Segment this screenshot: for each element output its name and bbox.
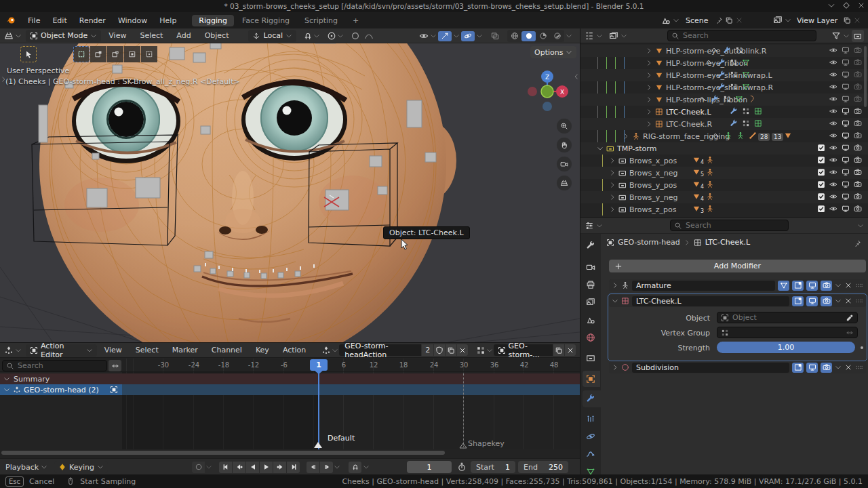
outliner-row[interactable]: HLP-storm-eye_autoblink.R <box>580 45 868 57</box>
close-icon[interactable] <box>857 1 865 9</box>
viewport-disable-icon[interactable] <box>842 192 850 201</box>
hide-icon[interactable] <box>829 70 837 79</box>
render-disable-icon[interactable] <box>854 95 862 103</box>
auto-keying-button[interactable] <box>192 462 205 473</box>
outliner-display-mode-icon[interactable] <box>609 31 618 41</box>
exclude-checkbox[interactable] <box>817 180 825 188</box>
workspace-tab-face-rigging[interactable]: Face Rigging <box>235 15 296 26</box>
render-disable-icon[interactable] <box>854 192 862 201</box>
shading-wireframe-button[interactable] <box>507 31 521 41</box>
breadcrumb-data[interactable]: LTC-Cheek.L <box>705 238 751 247</box>
visibility-chevron-icon[interactable] <box>430 33 437 39</box>
viewport-disable-icon[interactable] <box>842 168 850 176</box>
jump-to-end-button[interactable] <box>287 462 300 473</box>
scene-pin-icon[interactable] <box>715 16 723 24</box>
render-disable-icon[interactable] <box>854 58 862 66</box>
tab-render-icon[interactable] <box>586 262 595 272</box>
tab-view-layer-icon[interactable] <box>586 298 595 307</box>
menu-file[interactable]: File <box>22 12 46 28</box>
viewport-disable-icon[interactable] <box>842 119 850 127</box>
options-dropdown[interactable]: Options <box>530 46 576 58</box>
duplicate-action-button[interactable] <box>446 344 456 356</box>
orthographic-toggle-button[interactable] <box>557 176 572 190</box>
menu-help[interactable]: Help <box>153 12 182 28</box>
outliner-row-collection[interactable]: Brows_x_pos 4 <box>580 155 868 167</box>
viewport-disable-icon[interactable] <box>842 46 850 54</box>
outliner-row[interactable]: HLP-storm-lips_ribbon <box>580 94 868 106</box>
next-frame-button[interactable] <box>320 462 333 473</box>
toggle-realtime[interactable] <box>806 296 818 306</box>
collapse-icon[interactable] <box>612 298 618 304</box>
action-icon[interactable] <box>321 346 331 355</box>
tab-physics-icon[interactable] <box>586 432 595 441</box>
mode-dropdown[interactable]: Object Mode <box>26 30 101 42</box>
falloff-icon[interactable] <box>351 31 360 41</box>
viewport-disable-icon[interactable] <box>842 131 850 140</box>
outliner-row[interactable]: HLP-storm-eye_ribbon <box>580 57 868 69</box>
menu-render[interactable]: Render <box>73 12 112 28</box>
modifier-subdivision-header[interactable]: Subdivision <box>609 361 866 373</box>
tab-constraints-icon[interactable] <box>586 449 595 459</box>
outliner-scrollbar[interactable] <box>864 46 867 107</box>
outliner-row-tmp-storm[interactable]: TMP-storm <box>580 142 868 155</box>
exclude-checkbox[interactable] <box>817 168 825 176</box>
fake-user-button[interactable] <box>434 344 445 356</box>
playback-popover[interactable]: Playback <box>5 463 47 472</box>
duplicate-slot-button[interactable] <box>553 344 564 356</box>
snap-magnet-icon[interactable] <box>303 31 313 41</box>
visibility-icon[interactable] <box>419 31 429 41</box>
toggle-edit-mode[interactable] <box>792 363 804 373</box>
select-invert-button[interactable] <box>124 46 140 62</box>
properties-editor-chevron-icon[interactable] <box>596 222 603 229</box>
viewport-menu-view[interactable]: View <box>102 28 132 43</box>
toggle-on-cage[interactable] <box>778 281 789 291</box>
toggle-render[interactable] <box>821 296 832 306</box>
outliner-row-collection[interactable]: Brows_y_pos 4 <box>580 179 868 191</box>
end-frame-field[interactable]: End250 <box>518 461 568 473</box>
menu-edit[interactable]: Edit <box>46 12 73 28</box>
render-disable-icon[interactable] <box>854 168 862 176</box>
toggle-edit-mode[interactable] <box>792 281 804 291</box>
add-workspace-button[interactable]: + <box>346 15 366 26</box>
marker-shapekey-label[interactable]: Shapekey <box>468 439 505 448</box>
tab-tool-icon[interactable] <box>586 241 595 250</box>
dope-mode-dropdown[interactable]: Action Editor <box>26 344 97 357</box>
viewport-disable-icon[interactable] <box>842 180 850 188</box>
viewport-3d[interactable]: User Perspective (1) Cheeks | GEO-storm-… <box>0 28 580 342</box>
workspace-tab-scripting[interactable]: Scripting <box>298 15 344 26</box>
auto-keying-chevron-icon[interactable] <box>205 464 212 470</box>
filter-chevron-icon[interactable] <box>843 33 850 39</box>
render-disable-icon[interactable] <box>854 107 862 115</box>
dope-menu-action[interactable]: Action <box>277 343 312 357</box>
hide-icon[interactable] <box>829 131 837 140</box>
camera-view-button[interactable] <box>557 157 572 171</box>
viewport-disable-icon[interactable] <box>842 70 850 79</box>
invert-vertex-group-icon[interactable] <box>846 329 854 337</box>
render-disable-icon[interactable] <box>854 70 862 79</box>
viewport-disable-icon[interactable] <box>842 95 850 103</box>
drag-handle-icon[interactable] <box>855 281 863 289</box>
tab-object-icon[interactable] <box>586 374 595 384</box>
stopwatch-icon[interactable] <box>457 462 467 472</box>
render-disable-icon[interactable] <box>854 46 862 54</box>
marker-shapekey-icon[interactable] <box>458 443 468 449</box>
toggle-edit-mode[interactable] <box>792 296 804 306</box>
gizmos-chevron-icon[interactable] <box>453 33 460 39</box>
shading-solid-button[interactable] <box>521 31 536 41</box>
dope-menu-select[interactable]: Select <box>130 343 165 357</box>
expand-icon[interactable] <box>612 364 618 371</box>
exclude-checkbox[interactable] <box>817 205 825 213</box>
blender-logo-icon[interactable] <box>5 15 16 26</box>
close-modifier-icon[interactable] <box>844 297 852 305</box>
curve-falloff-icon[interactable] <box>364 31 374 41</box>
pin-icon[interactable] <box>853 239 861 247</box>
transform-orientation-dropdown[interactable]: Local <box>248 30 296 42</box>
timeline-scrollbar[interactable] <box>1 451 445 455</box>
hide-icon[interactable] <box>829 119 837 127</box>
dope-menu-key[interactable]: Key <box>250 343 275 357</box>
snap-playhead-button[interactable] <box>349 462 361 473</box>
outliner-search[interactable] <box>667 30 816 41</box>
select-extend-button[interactable] <box>90 46 106 62</box>
start-frame-field[interactable]: Start1 <box>471 461 515 473</box>
navigation-gizmo[interactable]: Z X <box>526 70 569 113</box>
